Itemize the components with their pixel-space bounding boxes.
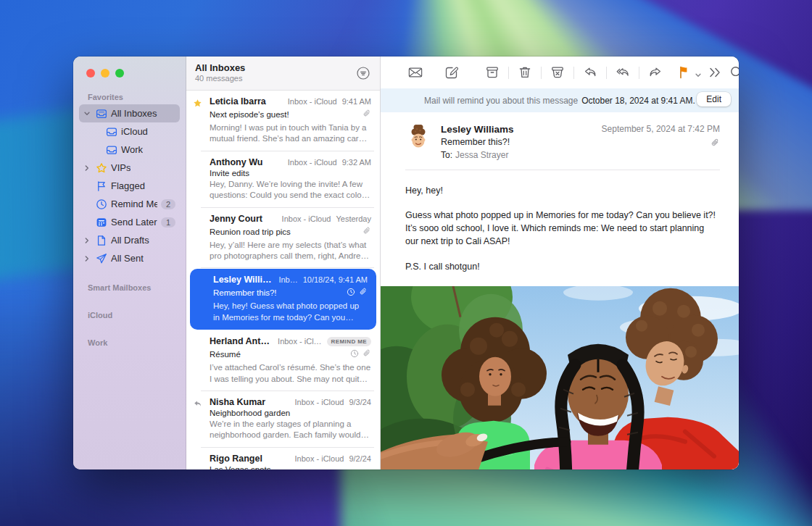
chevron-spacer [92,146,102,154]
sidebar-item-send-later[interactable]: Send Later1 [79,213,180,231]
remind-me-badge: REMIND ME [327,337,371,346]
sidebar-item-vips[interactable]: VIPs [79,159,180,177]
message-subject: Résumé [210,350,350,359]
sidebar-section-smart-mailboxes[interactable]: Smart Mailboxes [73,267,186,295]
zoom-button[interactable] [115,69,124,78]
message-row[interactable]: Leticia IbarraInbox - iCloud9:41 AMNext … [186,91,380,151]
more-toolbar-icon[interactable] [708,65,722,80]
paper-plane-icon [95,252,107,264]
draft-icon [95,234,107,246]
email-photo-attachment[interactable] [381,286,739,469]
message-time: Yesterday [336,214,371,223]
sidebar-item-all-inboxes[interactable]: All Inboxes [79,104,180,122]
message-time: 9:41 AM [342,97,371,106]
message-sender: Leticia Ibarra [210,96,282,107]
reminder-banner: Mail will remind you about this message … [381,88,739,112]
filter-icon[interactable] [355,65,371,81]
toolbar-separator [573,67,574,79]
desktop-background: Favorites All InboxesiCloudWorkVIPsFlagg… [0,0,812,526]
chevron-spacer [82,182,91,191]
message-preview: Hey, Danny. We’re loving the invite! A f… [210,179,371,201]
sidebar-item-icloud[interactable]: iCloud [89,122,180,141]
chevron-right-icon[interactable] [82,236,91,245]
window-controls [73,57,186,85]
forward-icon[interactable] [648,65,663,80]
sidebar-section-icloud[interactable]: iCloud [73,295,186,322]
message-sender: Jenny Court [210,214,276,224]
reminder-text: Mail will remind you about this message [424,96,578,106]
flag-chevron-icon[interactable] [695,69,702,76]
body-paragraph: Guess what photo popped up in Memories f… [405,209,717,248]
message-row[interactable]: Herland AntezanaInbox - iCl…REMIND MERés… [186,330,380,391]
message-mailbox: Inbox - iCloud [288,158,337,167]
mailbox-title: All Inboxes [195,62,370,73]
toolbar-separator [606,67,607,79]
message-mailbox: Inbox - iCloud [288,97,337,106]
replied-arrow-icon [193,398,202,408]
message-subject: Neighborhood garden [210,409,371,417]
recipient-name[interactable]: Jessa Strayer [455,150,508,160]
chevron-spacer [82,218,91,227]
chevron-right-icon[interactable] [82,254,91,263]
message-subject: Reunion road trip pics [210,227,362,236]
chevron-down-icon[interactable] [82,109,91,118]
sidebar-item-flagged[interactable]: Flagged [79,177,180,195]
body-paragraph: P.S. I call shotgun! [405,260,717,273]
sender-avatar[interactable] [405,124,431,150]
favorites-section-label: Favorites [73,85,186,104]
message-row[interactable]: Lesley WilliamsInb…10/18/24, 9:41 AMReme… [190,269,376,330]
message-row[interactable]: Nisha KumarInbox - iCloud9/3/24Neighborh… [186,391,380,448]
message-mailbox: Inbox - iCloud [295,398,344,406]
message-list: Leticia IbarraInbox - iCloud9:41 AMNext … [186,91,380,469]
message-sender: Herland Antezana [210,336,272,346]
sidebar-item-label: All Drafts [111,235,149,246]
sidebar-item-remind-me[interactable]: Remind Me2 [79,195,180,213]
sidebar-item-label: All Inboxes [111,108,157,119]
get-mail-icon[interactable] [408,65,423,80]
reply-all-icon[interactable] [616,65,630,80]
toolbar-separator [541,67,542,79]
compose-icon[interactable] [444,65,459,80]
message-count: 40 messages [195,74,370,83]
chevron-spacer [82,200,91,209]
message-preview: Morning! I was put in touch with Tania b… [210,122,371,145]
trash-icon[interactable] [518,65,532,80]
message-mailbox: Inbox - iCloud [282,214,331,223]
calendar-icon [95,216,107,228]
search-icon[interactable] [729,65,739,80]
message-row[interactable]: Anthony WuInbox - iCloud9:32 AMInvite ed… [186,151,380,208]
edit-reminder-button[interactable]: Edit [697,92,731,107]
chevron-right-icon[interactable] [82,164,91,172]
message-time: 9:32 AM [342,158,371,167]
sidebar-item-label: All Sent [111,253,144,264]
flag-icon[interactable] [677,65,692,80]
reply-icon[interactable] [583,65,597,80]
all-inboxes-icon [95,107,107,120]
message-list-pane: All Inboxes 40 messages Leticia IbarraIn… [186,57,381,469]
flag-button[interactable] [677,65,702,80]
message-time: 9/2/24 [349,454,371,463]
sidebar-section-work[interactable]: Work [73,322,186,350]
clock-icon [350,348,359,361]
paperclip-icon [359,286,368,299]
message-mailbox: Inbox - iCl… [278,337,322,346]
message-row[interactable]: Rigo RangelInbox - iCloud9/2/24Las Vegas… [186,448,380,469]
message-preview: We’re in the early stages of planning a … [210,419,371,441]
mail-sidebar: Favorites All InboxesiCloudWorkVIPsFlagg… [73,57,186,469]
junk-icon[interactable] [550,65,565,80]
clock-icon [95,198,107,210]
message-subject: Next episode’s guest! [210,110,362,119]
minimize-button[interactable] [101,69,109,78]
archive-icon[interactable] [485,65,500,80]
message-row[interactable]: Jenny CourtInbox - iCloudYesterdayReunio… [186,208,380,269]
inbox-icon [105,143,117,156]
sidebar-item-work[interactable]: Work [89,141,180,159]
toolbar-separator [508,67,509,79]
close-button[interactable] [86,69,95,78]
attachment-paperclip-icon[interactable] [710,138,720,151]
sender-name[interactable]: Lesley Williams [441,124,602,135]
sidebar-item-all-drafts[interactable]: All Drafts [79,231,180,249]
paperclip-icon [362,225,371,238]
sidebar-item-all-sent[interactable]: All Sent [79,249,180,267]
sidebar-item-label: Work [121,144,143,155]
